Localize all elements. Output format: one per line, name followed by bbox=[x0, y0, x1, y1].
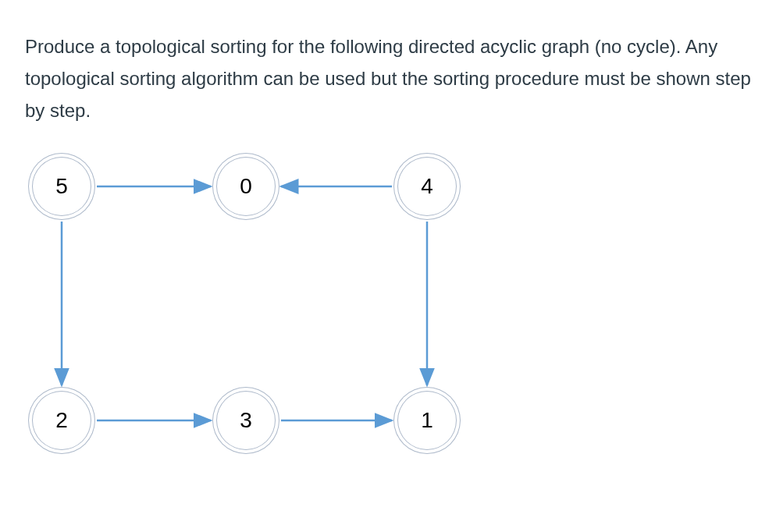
graph-node-0: 0 bbox=[217, 158, 275, 215]
graph-node-3: 3 bbox=[217, 392, 275, 449]
graph-node-1: 1 bbox=[398, 392, 456, 449]
question-text: Produce a topological sorting for the fo… bbox=[25, 31, 751, 126]
graph-node-4: 4 bbox=[398, 158, 456, 215]
graph-diagram: 5 0 4 2 3 1 bbox=[25, 150, 509, 477]
graph-node-5: 5 bbox=[33, 158, 91, 215]
graph-node-2: 2 bbox=[33, 392, 91, 449]
